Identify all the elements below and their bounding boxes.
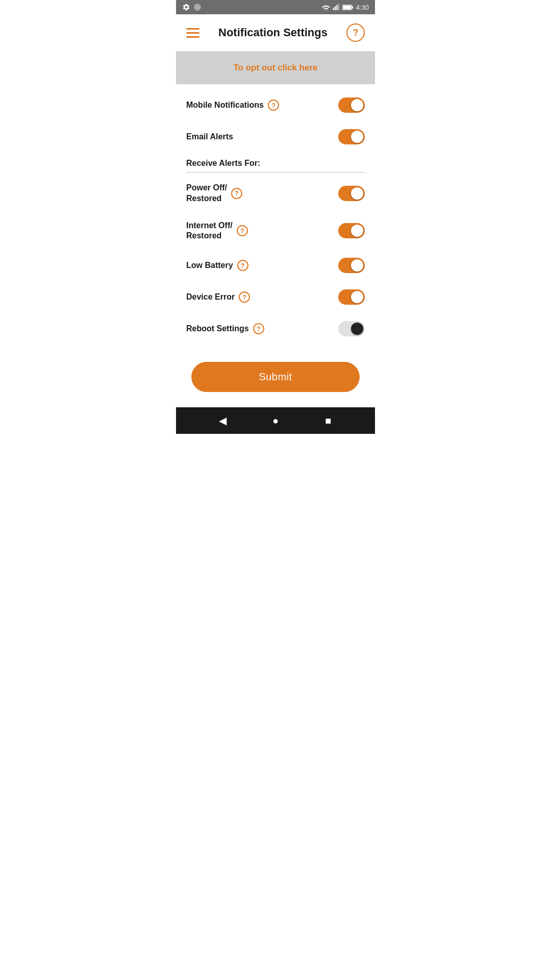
- internet-off-toggle[interactable]: [338, 223, 365, 238]
- help-button[interactable]: ?: [346, 23, 365, 42]
- signal-icon: [333, 4, 340, 11]
- reboot-settings-toggle[interactable]: [338, 321, 365, 336]
- svg-rect-3: [336, 5, 337, 10]
- home-button[interactable]: ●: [266, 411, 285, 430]
- toggle-thumb: [351, 259, 363, 272]
- time-display: 4:30: [356, 4, 369, 11]
- email-alerts-toggle[interactable]: [338, 129, 365, 144]
- power-off-row: Power Off/ Restored ?: [186, 175, 365, 212]
- reboot-settings-label: Reboot Settings: [186, 324, 249, 334]
- toggle-thumb: [351, 323, 363, 335]
- toggle-thumb: [351, 99, 363, 111]
- email-alerts-label: Email Alerts: [186, 132, 233, 142]
- submit-button[interactable]: Submit: [191, 362, 360, 392]
- device-error-row: Device Error ?: [186, 281, 365, 313]
- wifi-icon: [322, 4, 330, 11]
- reboot-settings-label-group: Reboot Settings ?: [186, 323, 338, 334]
- opt-out-link[interactable]: To opt out click here: [234, 63, 318, 72]
- low-battery-toggle[interactable]: [338, 258, 365, 273]
- power-off-label-line2: Restored: [186, 193, 227, 204]
- svg-rect-1: [333, 8, 334, 10]
- battery-icon: [342, 4, 354, 11]
- device-error-label: Device Error: [186, 292, 235, 303]
- status-bar-right: 4:30: [322, 4, 369, 11]
- mobile-notifications-label: Mobile Notifications: [186, 100, 264, 111]
- submit-wrapper: Submit: [176, 350, 375, 407]
- menu-button[interactable]: [186, 28, 199, 38]
- mobile-notifications-help-icon[interactable]: ?: [268, 100, 279, 111]
- power-off-toggle[interactable]: [338, 186, 365, 201]
- svg-rect-2: [335, 6, 336, 10]
- back-button[interactable]: ◀: [214, 411, 232, 430]
- section-divider: [186, 172, 365, 173]
- internet-off-row: Internet Off/ Restored ?: [186, 212, 365, 250]
- svg-point-0: [194, 4, 201, 10]
- low-battery-label-group: Low Battery ?: [186, 260, 338, 271]
- status-bar-left: [182, 3, 202, 11]
- help-icon: ?: [353, 28, 358, 37]
- toggle-thumb: [351, 131, 363, 143]
- svg-rect-4: [338, 4, 339, 10]
- svg-rect-6: [352, 6, 353, 8]
- svg-rect-7: [343, 6, 351, 9]
- device-error-label-group: Device Error ?: [186, 291, 338, 303]
- settings-icon: [182, 3, 190, 11]
- internet-off-help-icon[interactable]: ?: [237, 225, 248, 236]
- bottom-nav-bar: ◀ ● ■: [176, 407, 375, 434]
- page-title: Notification Settings: [218, 26, 328, 39]
- email-alerts-row: Email Alerts: [186, 121, 365, 153]
- low-battery-label: Low Battery: [186, 260, 233, 271]
- app-header: Notification Settings ?: [176, 14, 375, 52]
- settings-list: Mobile Notifications ? Email Alerts Rece…: [176, 84, 375, 350]
- power-off-label-line1: Power Off/: [186, 183, 227, 193]
- mobile-notifications-row: Mobile Notifications ?: [186, 89, 365, 121]
- low-battery-help-icon[interactable]: ?: [237, 260, 248, 271]
- mobile-notifications-label-group: Mobile Notifications ?: [186, 100, 338, 111]
- receive-alerts-section-header: Receive Alerts For:: [186, 153, 365, 172]
- reboot-settings-row: Reboot Settings ?: [186, 313, 365, 345]
- toggle-thumb: [351, 187, 363, 200]
- opt-out-banner[interactable]: To opt out click here: [176, 52, 375, 84]
- low-battery-row: Low Battery ?: [186, 250, 365, 281]
- internet-off-label-line1: Internet Off/: [186, 220, 233, 231]
- internet-off-label-line2: Restored: [186, 231, 233, 241]
- device-error-help-icon[interactable]: ?: [239, 291, 250, 303]
- status-bar: 4:30: [176, 0, 375, 14]
- device-error-toggle[interactable]: [338, 289, 365, 305]
- toggle-thumb: [351, 291, 363, 303]
- sim-icon: [193, 3, 202, 11]
- reboot-settings-help-icon[interactable]: ?: [253, 323, 264, 334]
- power-off-help-icon[interactable]: ?: [231, 188, 242, 199]
- recent-button[interactable]: ■: [319, 411, 337, 430]
- mobile-notifications-toggle[interactable]: [338, 97, 365, 113]
- internet-off-label-group: Internet Off/ Restored ?: [186, 220, 338, 242]
- power-off-label-group: Power Off/ Restored ?: [186, 183, 338, 204]
- email-alerts-label-group: Email Alerts: [186, 132, 338, 142]
